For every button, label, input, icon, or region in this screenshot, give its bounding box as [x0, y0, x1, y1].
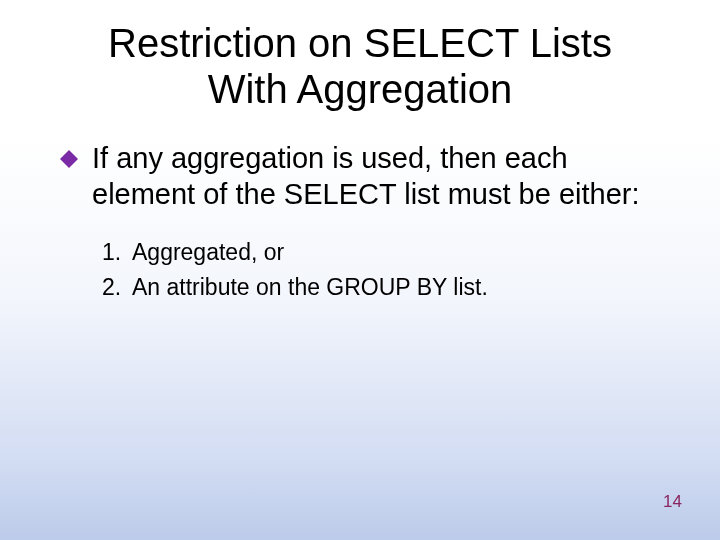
list-item: 2. An attribute on the GROUP BY list.	[102, 270, 660, 306]
svg-marker-0	[60, 150, 78, 168]
list-number: 2.	[102, 270, 132, 306]
slide-body: If any aggregation is used, then each el…	[0, 112, 720, 306]
title-line-1: Restriction on SELECT Lists	[108, 21, 612, 65]
page-number: 14	[663, 492, 682, 512]
numbered-list: 1. Aggregated, or 2. An attribute on the…	[60, 235, 660, 306]
slide-title: Restriction on SELECT Lists With Aggrega…	[0, 0, 720, 112]
diamond-bullet-icon	[60, 150, 78, 168]
list-text: An attribute on the GROUP BY list.	[132, 270, 488, 306]
list-text: Aggregated, or	[132, 235, 284, 271]
bullet-text: If any aggregation is used, then each el…	[92, 140, 660, 213]
list-number: 1.	[102, 235, 132, 271]
title-line-2: With Aggregation	[208, 67, 513, 111]
list-item: 1. Aggregated, or	[102, 235, 660, 271]
bullet-item: If any aggregation is used, then each el…	[60, 140, 660, 213]
slide: Restriction on SELECT Lists With Aggrega…	[0, 0, 720, 540]
